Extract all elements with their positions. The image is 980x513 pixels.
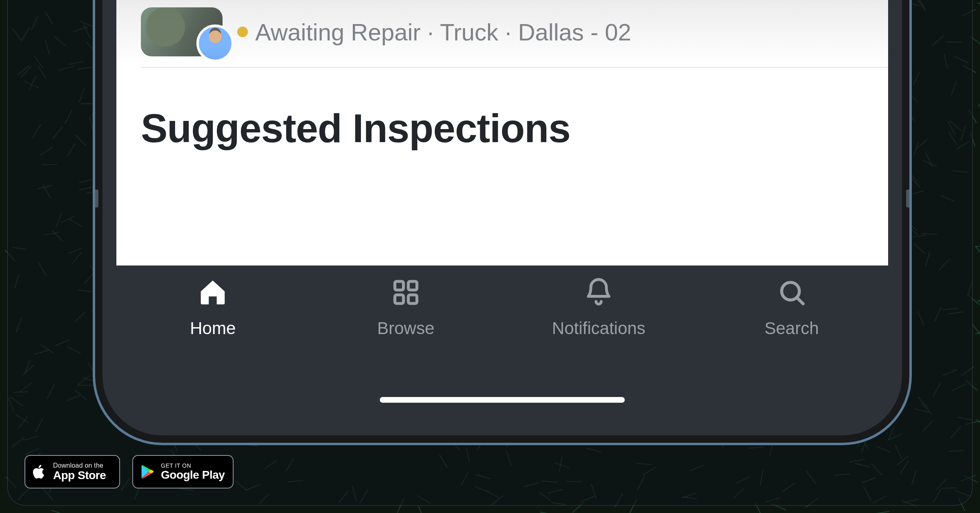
google-play-badge[interactable]: GET IT ON Google Play — [132, 455, 234, 488]
svg-rect-0 — [395, 281, 403, 290]
home-icon — [196, 276, 229, 309]
tab-home[interactable]: Home — [151, 276, 274, 338]
svg-rect-3 — [408, 295, 417, 303]
tab-notifications-label: Notifications — [552, 319, 646, 338]
ios-home-indicator — [380, 397, 625, 403]
bell-icon — [582, 276, 615, 309]
google-play-icon — [140, 463, 155, 481]
section-title: Suggested Inspections — [141, 105, 570, 152]
promo-panel: Awaiting Repair · Truck · Dallas - 02 Su… — [7, 0, 973, 506]
app-store-line1: Download on the — [53, 462, 106, 469]
grid-icon — [390, 276, 422, 309]
app-store-badge[interactable]: Download on the App Store — [24, 455, 120, 488]
divider — [141, 67, 888, 68]
vehicle-status-line: Awaiting Repair · Truck · Dallas - 02 — [237, 18, 631, 46]
tab-search[interactable]: Search — [731, 276, 853, 338]
app-store-line2: App Store — [53, 469, 106, 481]
tab-notifications[interactable]: Notifications — [537, 276, 660, 338]
phone-side-button-left — [94, 190, 98, 207]
vehicle-row[interactable]: Awaiting Repair · Truck · Dallas - 02 — [141, 7, 888, 56]
vehicle-thumbnail — [141, 7, 223, 56]
phone-side-button-right — [906, 190, 910, 207]
phone-mockup: Awaiting Repair · Truck · Dallas - 02 Su… — [93, 0, 912, 445]
search-icon — [775, 276, 808, 309]
tab-browse-label: Browse — [377, 319, 434, 338]
status-dot-icon — [237, 27, 248, 37]
google-play-line1: GET IT ON — [161, 463, 225, 469]
vehicle-status-text: Awaiting Repair · Truck · Dallas - 02 — [255, 18, 631, 46]
svg-rect-2 — [395, 295, 403, 303]
tab-search-label: Search — [764, 319, 819, 338]
tab-home-label: Home — [190, 319, 236, 338]
google-play-line2: Google Play — [161, 469, 225, 481]
svg-rect-1 — [408, 281, 417, 290]
apple-icon — [32, 463, 47, 481]
assignee-avatar — [196, 25, 234, 62]
store-badges-row: Download on the App Store GET IT ON Goog… — [24, 455, 234, 488]
svg-line-5 — [797, 297, 803, 303]
app-content: Awaiting Repair · Truck · Dallas - 02 Su… — [116, 0, 888, 265]
tab-browse[interactable]: Browse — [345, 276, 467, 338]
phone-screen: Awaiting Repair · Truck · Dallas - 02 Su… — [116, 0, 888, 422]
